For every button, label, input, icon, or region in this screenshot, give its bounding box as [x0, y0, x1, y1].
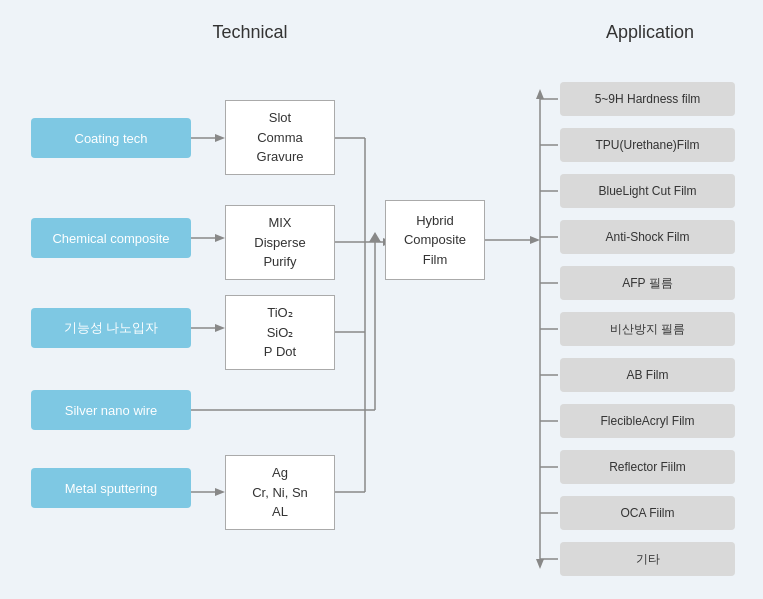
- hardness-film-box: 5~9H Hardness film: [560, 82, 735, 116]
- oca-film-box: OCA Fiilm: [560, 496, 735, 530]
- svg-marker-1: [215, 134, 225, 142]
- tpu-film-box: TPU(Urethane)Film: [560, 128, 735, 162]
- svg-marker-33: [536, 559, 544, 569]
- anti-shock-film-box: Anti-Shock Film: [560, 220, 735, 254]
- afp-film-box: AFP 필름: [560, 266, 735, 300]
- svg-marker-10: [215, 488, 225, 496]
- svg-marker-32: [536, 89, 544, 99]
- bluelight-film-box: BlueLight Cut Film: [560, 174, 735, 208]
- section-title-technical: Technical: [150, 22, 350, 43]
- ab-film-box: AB Film: [560, 358, 735, 392]
- flecible-film-box: FlecibleAcryl Film: [560, 404, 735, 438]
- mix-disperse-box: MIX Disperse Purify: [225, 205, 335, 280]
- svg-marker-3: [215, 234, 225, 242]
- tio2-sio2-box: TiO₂ SiO₂ P Dot: [225, 295, 335, 370]
- silver-nano-box: Silver nano wire: [31, 390, 191, 430]
- bisan-film-box: 비산방지 필름: [560, 312, 735, 346]
- section-title-application: Application: [560, 22, 740, 43]
- coating-tech-box: Coating tech: [31, 118, 191, 158]
- metal-sputtering-box: Metal sputtering: [31, 468, 191, 508]
- chemical-composite-box: Chemical composite: [31, 218, 191, 258]
- slot-comma-box: Slot Comma Gravure: [225, 100, 335, 175]
- reflector-film-box: Reflector Fiilm: [560, 450, 735, 484]
- svg-marker-5: [215, 324, 225, 332]
- svg-marker-8: [369, 232, 381, 242]
- nano-particle-box: 기능성 나노입자: [31, 308, 191, 348]
- ag-cr-box: Ag Cr, Ni, Sn AL: [225, 455, 335, 530]
- gita-box: 기타: [560, 542, 735, 576]
- diagram: Technical Application: [0, 0, 763, 599]
- svg-marker-19: [530, 236, 540, 244]
- hybrid-composite-box: Hybrid Composite Film: [385, 200, 485, 280]
